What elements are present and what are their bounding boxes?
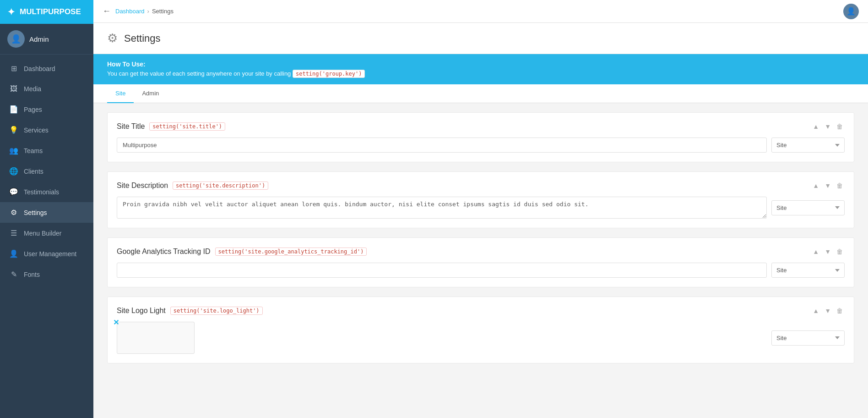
tab-site[interactable]: Site [107,84,134,103]
topbar-avatar[interactable]: 👤 [843,4,859,19]
topbar-right: 👤 [843,4,859,19]
site-description-textarea[interactable]: Proin gravida nibh vel velit auctor aliq… [117,197,767,219]
fonts-icon: ✎ [9,270,18,279]
sidebar-item-dashboard[interactable]: ⊞ Dashboard [0,58,93,79]
menu-builder-icon: ☰ [9,229,18,237]
sidebar-item-teams[interactable]: 👥 Teams [0,140,93,161]
sidebar-item-fonts[interactable]: ✎ Fonts [0,264,93,285]
setting-actions: ▲ ▼ 🗑 [811,181,845,190]
app-logo-icon: ✦ [7,6,15,17]
media-icon: 🖼 [9,85,18,93]
back-button[interactable]: ← [103,6,111,16]
clients-icon: 🌐 [9,167,18,176]
site-logo-group-select[interactable]: Site Admin [771,330,845,346]
sidebar-item-pages[interactable]: 📄 Pages [0,99,93,120]
setting-key-badge: setting('site.google_analytics_tracking_… [215,248,367,256]
move-down-button[interactable]: ▼ [823,181,833,190]
setting-input-row: Site Admin [117,138,845,153]
pages-icon: 📄 [9,105,18,114]
move-up-button[interactable]: ▲ [811,181,821,190]
setting-label: Google Analytics Tracking ID [117,248,211,256]
setting-input-row: Proin gravida nibh vel velit auctor aliq… [117,197,845,219]
sidebar-item-label: Pages [24,106,42,113]
setting-label-group: Google Analytics Tracking ID setting('si… [117,248,367,256]
move-down-button[interactable]: ▼ [823,247,833,256]
info-banner-body-text: You can get the value of each setting an… [107,70,291,77]
sidebar-item-clients[interactable]: 🌐 Clients [0,161,93,182]
breadcrumb-current: Settings [152,8,174,15]
content: ⚙ Settings How To Use: You can get the v… [93,23,868,418]
logo-remove-button[interactable]: ✕ [113,318,119,327]
setting-actions: ▲ ▼ 🗑 [811,122,845,131]
settings-content: Site Title setting('site.title') ▲ ▼ 🗑 S… [93,103,868,382]
site-description-group-select[interactable]: Site Admin [771,200,845,215]
setting-site-description: Site Description setting('site.descripti… [107,171,854,228]
services-icon: 💡 [9,126,18,134]
sidebar-item-media[interactable]: 🖼 Media [0,79,93,99]
setting-key-badge: setting('site.description') [173,182,268,190]
breadcrumb-link-dashboard[interactable]: Dashboard [115,8,145,15]
setting-site-title: Site Title setting('site.title') ▲ ▼ 🗑 S… [107,112,854,162]
sidebar: ✦ MULTIPURPOSE 👤 Admin ⊞ Dashboard 🖼 Med… [0,0,93,418]
setting-label: Site Title [117,122,145,131]
sidebar-user: 👤 Admin [0,24,93,55]
setting-label: Site Logo Light [117,307,166,315]
username: Admin [29,35,49,43]
page-header: ⚙ Settings [93,23,868,54]
info-banner: How To Use: You can get the value of eac… [93,54,868,84]
sidebar-item-label: Dashboard [24,65,55,72]
sidebar-item-label: Teams [24,147,43,154]
delete-button[interactable]: 🗑 [835,122,845,131]
move-up-button[interactable]: ▲ [811,122,821,131]
move-down-button[interactable]: ▼ [823,122,833,131]
dashboard-icon: ⊞ [9,64,18,73]
site-title-input[interactable] [117,138,767,153]
setting-section-header: Site Description setting('site.descripti… [117,181,845,190]
setting-key-badge: setting('site.title') [149,122,225,131]
user-management-icon: 👤 [9,249,18,258]
sidebar-item-label: User Management [24,250,76,258]
main-wrapper: ← Dashboard › Settings 👤 ⚙ Settings How … [93,0,868,418]
setting-site-logo-light: Site Logo Light setting('site.logo_light… [107,297,854,363]
move-down-button[interactable]: ▼ [823,306,833,315]
sidebar-item-testimonials[interactable]: 💬 Testimonials [0,182,93,202]
sidebar-item-label: Fonts [24,271,40,278]
sidebar-item-label: Menu Builder [24,230,62,237]
sidebar-item-menu-builder[interactable]: ☰ Menu Builder [0,223,93,243]
app-title: MULTIPURPOSE [20,7,81,16]
setting-input-row: ✕ Site Admin [117,322,845,354]
sidebar-header: ✦ MULTIPURPOSE [0,0,93,24]
info-banner-body: You can get the value of each setting an… [107,70,854,78]
setting-label: Site Description [117,182,168,190]
testimonials-icon: 💬 [9,187,18,196]
google-analytics-input[interactable] [117,263,767,278]
sidebar-nav: ⊞ Dashboard 🖼 Media 📄 Pages 💡 Services 👥… [0,55,93,285]
setting-key-badge: setting('site.logo_light') [170,307,263,315]
breadcrumb-separator: › [147,8,149,15]
teams-icon: 👥 [9,146,18,155]
delete-button[interactable]: 🗑 [835,306,845,315]
info-banner-title: How To Use: [107,60,854,68]
sidebar-item-label: Clients [24,168,43,175]
topbar: ← Dashboard › Settings 👤 [93,0,868,23]
delete-button[interactable]: 🗑 [835,247,845,256]
tab-admin[interactable]: Admin [134,84,167,103]
topbar-left: ← Dashboard › Settings [103,6,174,16]
sidebar-item-settings[interactable]: ⚙ Settings [0,202,93,223]
google-analytics-group-select[interactable]: Site Admin [771,263,845,278]
setting-section-header: Site Logo Light setting('site.logo_light… [117,306,845,315]
site-title-group-select[interactable]: Site Admin [771,138,845,153]
move-up-button[interactable]: ▲ [811,247,821,256]
sidebar-item-services[interactable]: 💡 Services [0,120,93,140]
sidebar-item-user-management[interactable]: 👤 User Management [0,243,93,264]
delete-button[interactable]: 🗑 [835,181,845,190]
sidebar-item-label: Settings [24,209,47,216]
logo-upload-box[interactable] [117,322,195,354]
setting-actions: ▲ ▼ 🗑 [811,247,845,256]
tabs-bar: Site Admin [93,84,868,103]
move-up-button[interactable]: ▲ [811,306,821,315]
breadcrumb: Dashboard › Settings [115,8,174,15]
setting-actions: ▲ ▼ 🗑 [811,306,845,315]
setting-label-group: Site Logo Light setting('site.logo_light… [117,307,263,315]
page-header-icon: ⚙ [107,31,118,45]
